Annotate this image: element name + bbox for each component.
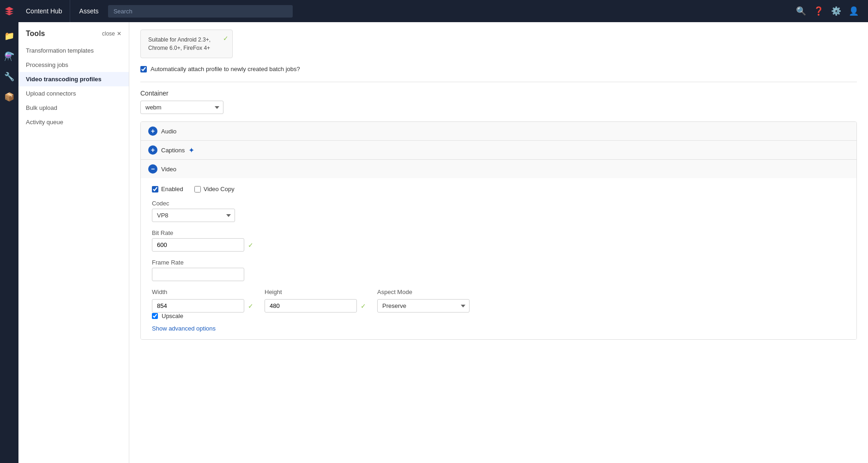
frame-rate-input[interactable] (152, 268, 244, 281)
divider (140, 82, 857, 82)
video-label: Video (161, 166, 176, 173)
content-area: Suitable for Android 2.3+, Chrome 6.0+, … (129, 22, 868, 347)
auto-attach-checkbox[interactable] (140, 66, 147, 72)
audio-label: Audio (161, 128, 176, 135)
container-field: Container webm mp4 ogg mkv (140, 90, 857, 114)
accordion-video-header[interactable]: − Video (141, 160, 856, 178)
height-check-icon: ✓ (361, 302, 366, 310)
video-check-group: Enabled Video Copy (152, 186, 845, 192)
sidebar-title: Tools (26, 30, 45, 38)
codec-select[interactable]: VP8 VP9 H.264 H.265 (152, 209, 235, 222)
dimensions-row: Width ✓ Height ✓ (152, 289, 845, 313)
container-label: Container (140, 90, 857, 97)
icon-bar: 📁 ⚗️ 🔧 📦 (0, 0, 18, 463)
profile-desc-check-icon: ✓ (223, 34, 229, 43)
captions-label: Captions (161, 147, 185, 154)
top-nav-icons: 🔍 ❓ ⚙️ 👤 (787, 4, 868, 18)
width-check-icon: ✓ (248, 302, 253, 310)
accordion-captions: + Captions ✦ (141, 141, 856, 160)
ai-sparkle-icon: ✦ (188, 146, 194, 155)
width-group: Width ✓ (152, 289, 253, 313)
codec-field: Codec VP8 VP9 H.264 H.265 (152, 200, 845, 222)
width-input-row: ✓ (152, 299, 253, 313)
app-name: Content Hub (18, 0, 70, 22)
video-copy-checkbox[interactable] (194, 186, 201, 192)
sidebar-close-button[interactable]: close ✕ (102, 30, 121, 37)
upscale-row: Upscale (152, 313, 845, 319)
bit-rate-input[interactable] (152, 238, 244, 252)
width-label: Width (152, 289, 253, 295)
height-group: Height ✓ (265, 289, 366, 313)
close-icon: ✕ (117, 30, 121, 37)
search-input[interactable] (108, 5, 293, 18)
enabled-check: Enabled (152, 186, 183, 192)
audio-toggle-icon: + (148, 126, 157, 136)
search-container (108, 5, 787, 18)
accordion-audio-header[interactable]: + Audio (141, 122, 856, 140)
accordion-video: − Video Enabled Video Copy (141, 160, 856, 339)
bit-rate-check-icon: ✓ (248, 241, 253, 249)
auto-attach-row: Automatically attach profile to newly cr… (140, 66, 857, 72)
width-input[interactable] (152, 299, 244, 313)
sidebar-header: Tools close ✕ (18, 30, 129, 43)
settings-icon[interactable]: ⚙️ (829, 4, 843, 18)
accordion: + Audio + Captions ✦ − Video (140, 121, 857, 340)
bit-rate-input-row: ✓ (152, 238, 845, 252)
app-logo (0, 0, 18, 22)
accordion-audio: + Audio (141, 122, 856, 141)
section-name: Assets (70, 0, 108, 22)
sidebar: Tools close ✕ Transformation templates P… (18, 22, 129, 463)
height-input-row: ✓ (265, 299, 366, 313)
enabled-checkbox[interactable] (152, 186, 158, 192)
sidebar-item-activity-queue[interactable]: Activity queue (18, 115, 129, 129)
frame-rate-field: Frame Rate (152, 259, 845, 281)
icon-bar-folder[interactable]: 📁 (1, 28, 18, 44)
help-icon[interactable]: ❓ (812, 4, 826, 18)
accordion-video-body: Enabled Video Copy Codec VP8 VP9 (141, 178, 856, 339)
main-content: Suitable for Android 2.3+, Chrome 6.0+, … (129, 22, 868, 463)
aspect-mode-label: Aspect Mode (377, 289, 470, 295)
video-copy-label: Video Copy (204, 186, 235, 192)
container-select[interactable]: webm mp4 ogg mkv (140, 101, 223, 114)
bit-rate-label: Bit Rate (152, 229, 845, 236)
upscale-label: Upscale (162, 313, 183, 319)
aspect-mode-select[interactable]: Preserve Crop Pad Stretch (377, 299, 470, 313)
video-toggle-icon: − (148, 164, 157, 174)
show-advanced-link[interactable]: Show advanced options (152, 325, 216, 332)
sidebar-item-bulk-upload[interactable]: Bulk upload (18, 101, 129, 115)
aspect-mode-group: Aspect Mode Preserve Crop Pad Stretch (377, 289, 470, 313)
sidebar-item-video-transcoding-profiles[interactable]: Video transcoding profiles (18, 72, 129, 86)
upscale-checkbox[interactable] (152, 313, 158, 319)
codec-label: Codec (152, 200, 845, 207)
accordion-captions-header[interactable]: + Captions ✦ (141, 141, 856, 159)
icon-bar-package[interactable]: 📦 (1, 89, 18, 105)
profile-desc-text: Suitable for Android 2.3+, Chrome 6.0+, … (148, 36, 211, 51)
logo-icon (4, 6, 14, 16)
search-icon[interactable]: 🔍 (794, 4, 808, 18)
close-label: close (102, 30, 115, 37)
sidebar-item-upload-connectors[interactable]: Upload connectors (18, 86, 129, 101)
profile-desc-box: Suitable for Android 2.3+, Chrome 6.0+, … (140, 30, 233, 58)
auto-attach-label: Automatically attach profile to newly cr… (151, 66, 300, 72)
icon-bar-tools[interactable]: 🔧 (1, 68, 18, 85)
top-nav: Content Hub Assets 🔍 ❓ ⚙️ 👤 (0, 0, 868, 22)
icon-bar-filter[interactable]: ⚗️ (1, 48, 18, 65)
bit-rate-field: Bit Rate ✓ (152, 229, 845, 252)
video-copy-check: Video Copy (194, 186, 235, 192)
enabled-label: Enabled (161, 186, 183, 192)
sidebar-item-transformation-templates[interactable]: Transformation templates (18, 43, 129, 58)
captions-toggle-icon: + (148, 145, 157, 155)
frame-rate-label: Frame Rate (152, 259, 845, 266)
height-input[interactable] (265, 299, 357, 313)
height-label: Height (265, 289, 366, 295)
user-icon[interactable]: 👤 (847, 4, 861, 18)
sidebar-item-processing-jobs[interactable]: Processing jobs (18, 58, 129, 72)
